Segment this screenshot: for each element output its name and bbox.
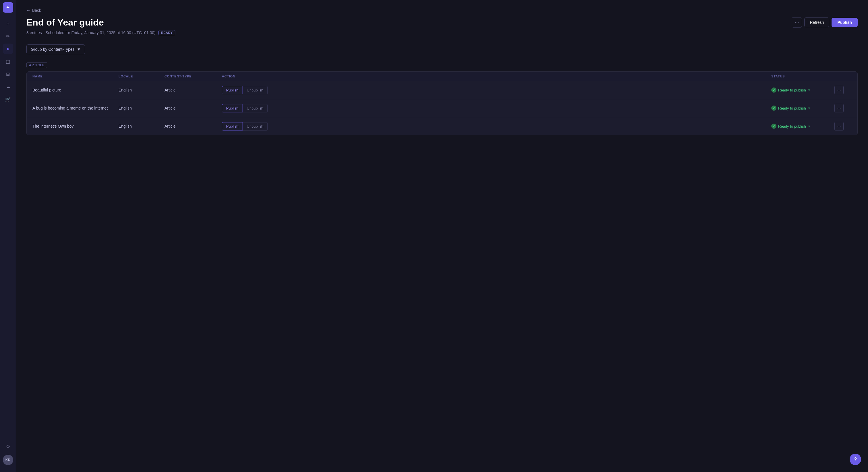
- status-check-icon: ✓: [771, 105, 776, 111]
- group-by-label: Group by Content-Types: [31, 47, 74, 52]
- sidebar-item-shop[interactable]: 🛒: [3, 94, 13, 104]
- row-name: A bug is becoming a meme on the internet: [32, 106, 119, 110]
- row-status: ✓ Ready to publish ▾: [771, 88, 834, 93]
- header-actions: ··· Refresh Publish: [792, 17, 858, 28]
- status-text: Ready to publish: [778, 106, 806, 110]
- status-text: Ready to publish: [778, 88, 806, 92]
- sidebar-item-send[interactable]: ➤: [3, 43, 13, 54]
- row-content-type: Article: [164, 124, 222, 129]
- section-label: ARTICLE: [26, 62, 48, 68]
- row-unpublish-button[interactable]: Unpublish: [243, 122, 268, 131]
- refresh-button[interactable]: Refresh: [804, 18, 829, 27]
- action-buttons: Publish Unpublish: [222, 122, 771, 131]
- row-content-type: Article: [164, 88, 222, 92]
- col-name: NAME: [32, 74, 119, 78]
- app-logo[interactable]: ✦: [3, 2, 13, 12]
- col-more: [834, 74, 851, 78]
- status-check-icon: ✓: [771, 88, 776, 93]
- status-chevron-icon[interactable]: ▾: [808, 106, 810, 110]
- row-unpublish-button[interactable]: Unpublish: [243, 104, 268, 112]
- action-buttons: Publish Unpublish: [222, 86, 771, 94]
- status-check-icon: ✓: [771, 124, 776, 129]
- status-chevron-icon[interactable]: ▾: [808, 125, 810, 128]
- sidebar-item-edit[interactable]: ✏: [3, 31, 13, 41]
- row-more-cell: ···: [834, 86, 851, 94]
- row-actions: Publish Unpublish: [222, 122, 771, 131]
- subtitle-text: 3 entries - Scheduled for Friday, Januar…: [26, 30, 156, 35]
- row-publish-button[interactable]: Publish: [222, 86, 243, 94]
- row-actions: Publish Unpublish: [222, 86, 771, 94]
- row-unpublish-button[interactable]: Unpublish: [243, 86, 268, 94]
- row-locale: English: [119, 106, 164, 110]
- row-actions: Publish Unpublish: [222, 104, 771, 112]
- row-content-type: Article: [164, 106, 222, 110]
- sidebar-item-media[interactable]: ◫: [3, 56, 13, 67]
- row-more-button[interactable]: ···: [834, 104, 844, 112]
- col-locale: LOCALE: [119, 74, 164, 78]
- status-cell: ✓ Ready to publish ▾: [771, 124, 834, 129]
- back-label: Back: [32, 8, 41, 12]
- sidebar: ✦ ⌂ ✏ ➤ ◫ ⊞ ☁ 🛒 ⚙ KD: [0, 0, 16, 472]
- row-more-cell: ···: [834, 104, 851, 112]
- action-buttons: Publish Unpublish: [222, 104, 771, 112]
- page-subtitle: 3 entries - Scheduled for Friday, Januar…: [26, 30, 175, 35]
- row-status: ✓ Ready to publish ▾: [771, 105, 834, 111]
- chevron-down-icon: ▼: [77, 47, 81, 52]
- row-status: ✓ Ready to publish ▾: [771, 124, 834, 129]
- status-cell: ✓ Ready to publish ▾: [771, 88, 834, 93]
- status-cell: ✓ Ready to publish ▾: [771, 105, 834, 111]
- page-header: End of Year guide 3 entries - Scheduled …: [26, 17, 858, 35]
- col-action: ACTION: [222, 74, 771, 78]
- row-publish-button[interactable]: Publish: [222, 122, 243, 131]
- user-avatar[interactable]: KD: [3, 455, 13, 465]
- more-options-button[interactable]: ···: [792, 17, 802, 28]
- sidebar-item-settings[interactable]: ⚙: [3, 441, 13, 451]
- table-row: The internet's Own boy English Article P…: [27, 117, 857, 135]
- back-button[interactable]: ← Back: [26, 8, 41, 12]
- publish-button[interactable]: Publish: [832, 18, 858, 27]
- status-text: Ready to publish: [778, 124, 806, 129]
- main-content: ← Back End of Year guide 3 entries - Sch…: [16, 0, 868, 472]
- status-chevron-icon[interactable]: ▾: [808, 88, 810, 92]
- title-section: End of Year guide 3 entries - Scheduled …: [26, 17, 175, 35]
- group-by-dropdown[interactable]: Group by Content-Types ▼: [26, 44, 85, 54]
- sidebar-bottom: ⚙ KD: [3, 440, 13, 470]
- content-area: ← Back End of Year guide 3 entries - Sch…: [16, 0, 868, 472]
- row-more-button[interactable]: ···: [834, 86, 844, 94]
- ready-badge: READY: [158, 30, 175, 35]
- row-more-button[interactable]: ···: [834, 122, 844, 131]
- row-publish-button[interactable]: Publish: [222, 104, 243, 112]
- help-button[interactable]: ?: [849, 453, 861, 465]
- col-status: STATUS: [771, 74, 834, 78]
- col-content-type: CONTENT-TYPE: [164, 74, 222, 78]
- back-arrow-icon: ←: [26, 8, 30, 12]
- table-row: Beautiful picture English Article Publis…: [27, 81, 857, 99]
- sidebar-item-home[interactable]: ⌂: [3, 19, 13, 29]
- row-name: Beautiful picture: [32, 88, 119, 92]
- sidebar-item-cloud[interactable]: ☁: [3, 81, 13, 92]
- page-title: End of Year guide: [26, 17, 175, 28]
- sidebar-item-grid[interactable]: ⊞: [3, 69, 13, 79]
- row-more-cell: ···: [834, 122, 851, 131]
- articles-table: NAME LOCALE CONTENT-TYPE ACTION STATUS B…: [26, 71, 858, 135]
- table-header: NAME LOCALE CONTENT-TYPE ACTION STATUS: [27, 72, 857, 81]
- row-name: The internet's Own boy: [32, 124, 119, 129]
- row-locale: English: [119, 88, 164, 92]
- row-locale: English: [119, 124, 164, 129]
- table-row: A bug is becoming a meme on the internet…: [27, 99, 857, 117]
